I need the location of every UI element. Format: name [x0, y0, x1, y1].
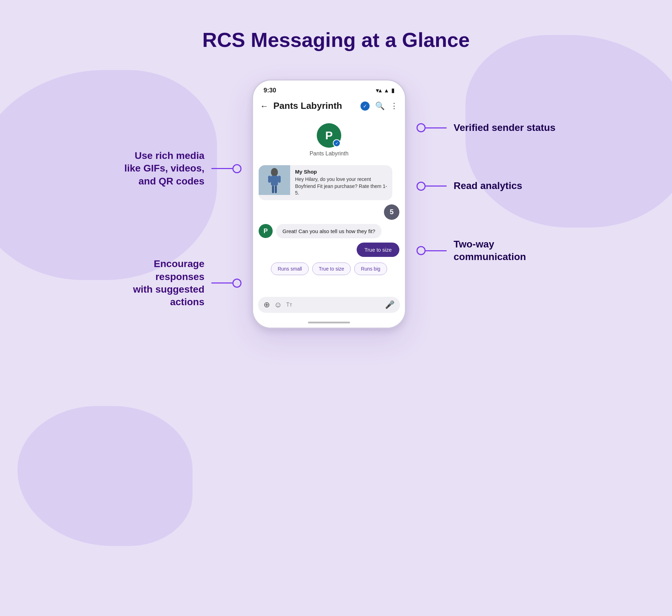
chip-runs-big[interactable]: Runs big: [354, 262, 387, 275]
app-bar: ← Pants Labyrinth ✓ 🔍 ⋮: [253, 97, 405, 116]
annotation-circle-analytics: [416, 182, 426, 191]
svg-rect-4: [275, 186, 277, 193]
search-icon[interactable]: 🔍: [375, 102, 385, 111]
product-image-svg: [259, 165, 290, 195]
bot-avatar: P: [259, 224, 273, 238]
annotation-two-way-line: [416, 246, 447, 255]
add-icon[interactable]: ⊕: [264, 300, 270, 309]
annotation-rich-media: Use rich medialike GIFs, videos,and QR c…: [124, 149, 241, 188]
annotation-two-way: Two-way communication: [416, 238, 564, 264]
annotation-verified-line: [416, 123, 447, 132]
home-bar: [308, 322, 350, 323]
svg-point-1: [271, 168, 278, 176]
chip-runs-small[interactable]: Runs small: [271, 262, 308, 275]
messages-area: My Shop Hey Hilary, do you love your rec…: [253, 162, 405, 260]
rating-sent-row: 5: [259, 204, 399, 220]
annotation-responses-line: [211, 279, 241, 288]
bot-bubble: Great! Can you also tell us how they fit…: [276, 224, 382, 238]
message-body: Hey Hilary, do you love your recent Boyf…: [295, 176, 387, 197]
chip-true-to-size[interactable]: True to size: [312, 262, 351, 275]
status-bar: 9:30 ▾▴ ▲ ▮: [253, 80, 405, 97]
mic-icon[interactable]: 🎤: [385, 300, 394, 309]
svg-rect-5: [268, 176, 271, 183]
annotation-circle: [232, 164, 241, 173]
annotation-circle-verified: [416, 123, 426, 132]
phone-container: 9:30 ▾▴ ▲ ▮ ← Pants Labyrinth ✓ 🔍 ⋮: [252, 79, 406, 329]
verified-badge-icon: ✓: [360, 102, 370, 111]
annotation-two-way-text: Two-way communication: [454, 238, 564, 264]
sender-verified-badge: ✓: [333, 139, 341, 147]
page-title: RCS Messaging at a Glance: [0, 0, 672, 51]
background-blob-bottom: [18, 406, 192, 546]
annotation-bar-two-way: [426, 250, 447, 251]
wifi-icon: ▾▴: [376, 87, 382, 94]
sender-profile: P ✓ Pants Labyrinth: [253, 120, 405, 162]
message-input[interactable]: Tт: [286, 302, 381, 308]
sender-avatar-letter: P: [325, 129, 332, 142]
svg-rect-2: [271, 176, 278, 186]
emoji-icon[interactable]: ☺: [274, 300, 282, 309]
suggested-actions: Runs small True to size Runs big: [253, 260, 405, 281]
annotation-bar-2: [211, 282, 232, 284]
annotation-responses: Encourage responseswith suggested action…: [108, 258, 241, 309]
battery-icon: ▮: [391, 87, 394, 94]
input-format-icon: Tт: [286, 302, 292, 308]
user-reply-bubble: True to size: [357, 243, 399, 257]
annotation-bar-analytics: [426, 186, 447, 187]
more-options-icon[interactable]: ⋮: [390, 102, 398, 111]
svg-rect-3: [272, 186, 274, 193]
main-layout: Use rich medialike GIFs, videos,and QR c…: [0, 79, 672, 329]
chat-content: P ✓ Pants Labyrinth: [253, 116, 405, 328]
status-time: 9:30: [264, 87, 276, 94]
signal-icon: ▲: [384, 88, 389, 94]
annotation-verified-text: Verified sender status: [454, 121, 555, 134]
phone-mockup: 9:30 ▾▴ ▲ ▮ ← Pants Labyrinth ✓ 🔍 ⋮: [252, 79, 406, 329]
annotation-rich-media-text: Use rich medialike GIFs, videos,and QR c…: [124, 149, 204, 188]
annotation-analytics-text: Read analytics: [454, 180, 522, 192]
annotation-bar: [211, 168, 232, 169]
status-icons: ▾▴ ▲ ▮: [376, 87, 394, 94]
input-bar[interactable]: ⊕ ☺ Tт 🎤: [258, 297, 400, 313]
sender-name: Pants Labyrinth: [309, 150, 348, 157]
annotation-analytics-line: [416, 182, 447, 191]
annotation-responses-text: Encourage responseswith suggested action…: [108, 258, 204, 309]
annotation-analytics: Read analytics: [416, 180, 522, 192]
annotation-circle-2: [232, 279, 241, 288]
user-reply-row: True to size: [259, 243, 399, 257]
message-received-rich: My Shop Hey Hilary, do you love your rec…: [259, 165, 392, 200]
app-bar-icons: ✓ 🔍 ⋮: [360, 102, 398, 111]
rating-bubble: 5: [384, 204, 399, 220]
back-button[interactable]: ←: [260, 101, 268, 111]
message-image: [259, 165, 290, 195]
svg-rect-6: [278, 176, 281, 183]
spacer: [253, 281, 405, 295]
message-text-block: My Shop Hey Hilary, do you love your rec…: [290, 165, 392, 200]
bot-message-row: P Great! Can you also tell us how they f…: [259, 224, 399, 238]
app-bar-title: Pants Labyrinth: [273, 100, 356, 111]
annotation-bar-verified: [426, 127, 447, 128]
annotation-verified: Verified sender status: [416, 121, 555, 134]
left-annotations: Use rich medialike GIFs, videos,and QR c…: [108, 79, 241, 309]
message-shop-name: My Shop: [295, 169, 387, 175]
right-annotations: Verified sender status Read analytics Tw…: [416, 79, 564, 264]
annotation-circle-two-way: [416, 246, 426, 255]
annotation-rich-media-line: [211, 164, 241, 173]
sender-avatar-wrap: P ✓: [317, 123, 341, 148]
home-indicator: [253, 318, 405, 328]
